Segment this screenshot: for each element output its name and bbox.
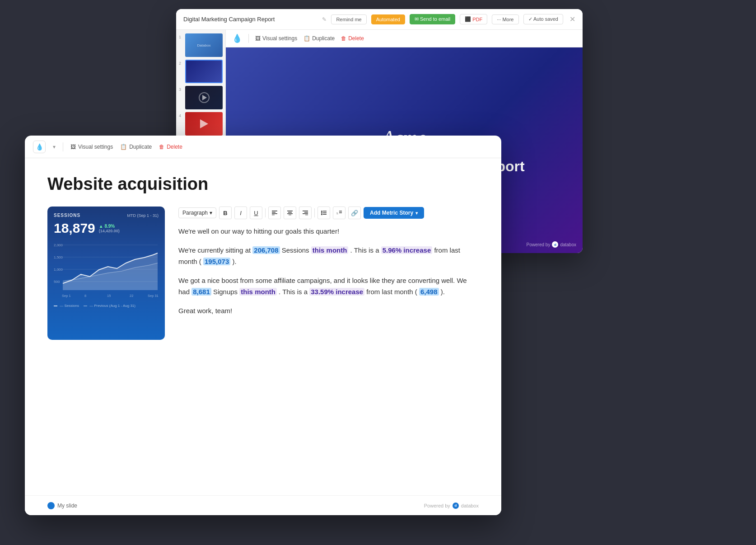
sessions-chart-widget: SESSIONS MTD (Sep 1 - 31) 18,879 ▲ 8.9% … <box>47 207 165 340</box>
editor-toolbar: Paragraph ▾ B I U <box>178 207 479 219</box>
visual-settings-icon-bg: 🖼 <box>255 35 261 42</box>
story-paragraph-1: We're well on our way to hitting our goa… <box>178 226 479 237</box>
slide-number-3: 3 <box>179 87 183 92</box>
main-panel: 💧 ▾ 🖼 Visual settings 📋 Duplicate 🗑 Dele… <box>25 136 501 515</box>
duplicate-icon: 📋 <box>120 144 127 150</box>
duplicate-bg[interactable]: 📋 Duplicate <box>303 35 335 42</box>
link-button[interactable]: 🔗 <box>348 207 361 219</box>
sessions-value-highlight: 206,708 <box>252 246 280 254</box>
legend-dot-sessions <box>54 305 57 306</box>
svg-text:2,000: 2,000 <box>54 243 63 247</box>
drop-icon[interactable]: 💧 <box>232 33 242 43</box>
svg-text:Sep 1: Sep 1 <box>62 294 71 298</box>
dropdown-arrow-icon[interactable]: ▾ <box>53 144 56 150</box>
duplicate-icon-bg: 📋 <box>303 35 310 42</box>
paragraph-select[interactable]: Paragraph ▾ <box>178 207 216 218</box>
svg-rect-21 <box>303 211 308 211</box>
slide-thumbnail-3 <box>185 86 223 109</box>
visual-settings-bg[interactable]: 🖼 Visual settings <box>255 35 297 42</box>
remind-me-button[interactable]: Remind me <box>331 14 366 24</box>
list-ol-button[interactable]: 1.2. <box>333 207 345 219</box>
add-metric-chevron-icon: ▾ <box>415 211 418 216</box>
underline-button[interactable]: U <box>250 207 262 219</box>
auto-saved-button: ✓ Auto saved <box>523 14 564 24</box>
slide-thumbnail-1: Databox <box>185 33 223 57</box>
story-paragraph-3: We got a nice boost from some affiliate … <box>178 275 479 298</box>
align-center-button[interactable] <box>284 207 296 219</box>
legend-sessions: — Sessions <box>54 304 79 308</box>
this-month-highlight-2: this month <box>239 288 277 296</box>
sessions-chart-svg: 2,000 1,500 1,000 500 Sep 1 8 15 <box>54 240 159 299</box>
delete-bg[interactable]: 🗑 Delete <box>341 35 364 42</box>
legend-dot-previous <box>84 305 87 306</box>
close-button[interactable]: ✕ <box>569 15 575 23</box>
story-paragraph-2: We're currently sitting at 206,708 Sessi… <box>178 244 479 268</box>
svg-text:22: 22 <box>130 294 133 298</box>
slide-item-4[interactable]: 4 <box>179 112 223 136</box>
sessions-label: SESSIONS <box>54 213 80 218</box>
prev-signups-highlight: 6,498 <box>419 288 439 296</box>
list-ul-button[interactable] <box>317 207 330 219</box>
paragraph-chevron-icon: ▾ <box>210 210 212 216</box>
automated-button[interactable]: Automated <box>371 14 405 24</box>
svg-rect-30 <box>323 214 327 215</box>
my-slide-label: My slide <box>47 502 77 509</box>
powered-by-footer: Powered by d databox <box>424 503 479 509</box>
water-drop-icon[interactable]: 💧 <box>33 141 46 153</box>
slide-item-1[interactable]: 1 Databox <box>179 33 223 57</box>
text-content: Paragraph ▾ B I U <box>178 207 479 340</box>
send-to-email-button[interactable]: ✉ Send to email <box>410 14 455 24</box>
story-paragraph-4: Great work, team! <box>178 305 479 317</box>
svg-text:2.: 2. <box>336 215 339 215</box>
add-metric-story-button[interactable]: Add Metric Story ▾ <box>364 207 424 219</box>
svg-rect-18 <box>288 212 292 213</box>
visual-settings-item[interactable]: 🖼 Visual settings <box>70 144 113 150</box>
more-button[interactable]: ··· More <box>492 14 518 24</box>
slide-number-4: 4 <box>179 113 183 118</box>
svg-rect-16 <box>272 215 275 215</box>
main-content: Website acquisition SESSIONS MTD (Sep 1 … <box>25 158 501 515</box>
chart-svg-area: 2,000 1,500 1,000 500 Sep 1 8 15 <box>54 240 159 301</box>
svg-text:8: 8 <box>84 294 86 298</box>
svg-text:1,000: 1,000 <box>54 268 63 272</box>
svg-point-25 <box>321 211 322 212</box>
svg-rect-23 <box>303 213 308 214</box>
svg-rect-32 <box>339 211 342 212</box>
this-month-highlight-1: this month <box>311 246 349 254</box>
duplicate-item[interactable]: 📋 Duplicate <box>120 144 152 150</box>
slide-item-2[interactable]: 2 <box>179 60 223 83</box>
align-left-button[interactable] <box>268 207 281 219</box>
change-badge: ▲ 8.9% (14,420.00) <box>99 224 120 233</box>
main-footer: My slide Powered by d databox <box>25 495 501 515</box>
slide-number-1: 1 <box>179 35 183 39</box>
pdf-button[interactable]: ⬛ PDF <box>460 14 487 24</box>
italic-button[interactable]: I <box>234 207 247 219</box>
main-toolbar: 💧 ▾ 🖼 Visual settings 📋 Duplicate 🗑 Dele… <box>25 136 501 158</box>
toolbar-sep-1 <box>63 142 63 151</box>
svg-text:Sep 31: Sep 31 <box>148 294 159 298</box>
svg-text:15: 15 <box>107 294 111 298</box>
databox-logo-bg: d <box>552 241 558 248</box>
align-right-button[interactable] <box>299 207 312 219</box>
content-grid: SESSIONS MTD (Sep 1 - 31) 18,879 ▲ 8.9% … <box>47 207 479 340</box>
svg-rect-17 <box>287 211 293 211</box>
powered-by-bg: Powered by d databox <box>527 241 576 248</box>
toolbar-separator <box>248 34 249 43</box>
report-title: Digital Marketing Campaign Report <box>183 16 317 23</box>
edit-icon: ✎ <box>322 16 327 23</box>
slide-thumbnail-4 <box>185 112 223 136</box>
toolbar-divider-2 <box>314 208 315 217</box>
svg-rect-19 <box>287 213 293 214</box>
send-icon: ✉ <box>415 16 419 22</box>
svg-rect-15 <box>272 213 277 214</box>
slide-item-3[interactable]: 3 <box>179 86 223 109</box>
visual-settings-icon: 🖼 <box>70 144 76 150</box>
chart-legend: — Sessions — Previous (Aug 1 - Aug 31) <box>54 304 159 308</box>
pdf-icon: ⬛ <box>465 16 471 22</box>
bold-button[interactable]: B <box>219 207 232 219</box>
delete-item[interactable]: 🗑 Delete <box>159 144 182 150</box>
check-icon: ✓ <box>528 16 532 22</box>
delete-icon-bg: 🗑 <box>341 35 346 42</box>
chart-header: SESSIONS MTD (Sep 1 - 31) <box>54 213 159 218</box>
prev-sessions-highlight: 195,073 <box>203 258 230 265</box>
